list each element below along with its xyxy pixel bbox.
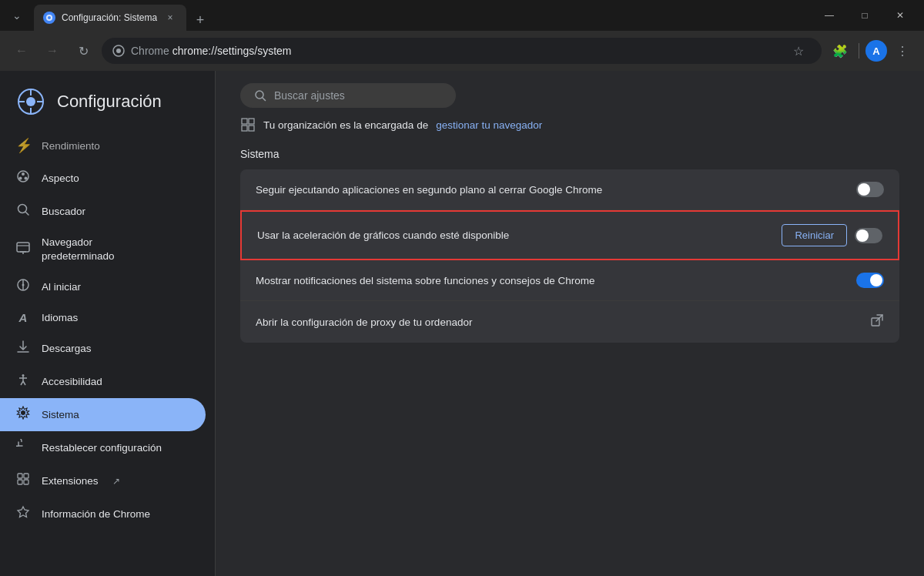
forward-button[interactable]: → <box>40 39 65 63</box>
notifications-actions <box>856 273 884 288</box>
sidebar-item-sistema[interactable]: Sistema <box>0 398 206 431</box>
notifications-toggle[interactable] <box>856 273 884 288</box>
svg-point-26 <box>22 374 25 377</box>
url-text: Chrome chrome://settings/system <box>131 45 780 57</box>
title-bar: ⌄ Configuración: Sistema × + — □ ✕ <box>0 0 924 31</box>
profile-button[interactable]: A <box>865 40 887 62</box>
reload-button[interactable]: ↻ <box>71 39 95 63</box>
svg-rect-38 <box>242 119 247 124</box>
sidebar-item-accesibilidad[interactable]: Accesibilidad <box>0 365 206 398</box>
svg-rect-41 <box>249 126 254 131</box>
active-tab[interactable]: Configuración: Sistema × <box>34 5 186 31</box>
settings-row-notifications: Mostrar notificaciones del sistema sobre… <box>240 260 899 301</box>
tab-favicon <box>43 12 55 24</box>
proxy-text: Abrir la configuración de proxy de tu or… <box>256 316 861 328</box>
info-chrome-icon <box>15 505 31 523</box>
buscador-icon <box>15 203 31 220</box>
sidebar-item-extensiones[interactable]: Extensiones ↗ <box>0 464 206 497</box>
settings-row-background-apps: Seguir ejecutando aplicaciones en segund… <box>240 169 899 210</box>
sidebar-item-label: Idiomas <box>42 312 78 323</box>
svg-point-1 <box>48 16 51 19</box>
svg-point-14 <box>18 205 27 213</box>
search-icon <box>254 89 266 102</box>
org-banner-icon <box>240 117 256 132</box>
svg-rect-32 <box>18 474 22 478</box>
close-button[interactable]: ✕ <box>882 3 918 28</box>
sidebar-item-label: Rendimiento <box>42 140 100 152</box>
background-apps-toggle[interactable] <box>856 182 884 197</box>
sidebar-item-label: Al iniciar <box>42 281 81 293</box>
back-button[interactable]: ← <box>9 39 34 63</box>
new-tab-button[interactable]: + <box>189 9 211 31</box>
gpu-acceleration-actions: Reiniciar <box>782 224 882 246</box>
gpu-acceleration-text: Usar la aceleración de gráficos cuando e… <box>257 229 772 241</box>
extensiones-icon <box>15 472 31 490</box>
extensions-button[interactable]: 🧩 <box>828 39 852 63</box>
svg-point-23 <box>22 284 25 286</box>
settings-logo <box>15 86 46 117</box>
descargas-icon <box>15 340 31 357</box>
tab-close-button[interactable]: × <box>163 11 177 25</box>
restablecer-icon <box>15 439 31 457</box>
reiniciar-button[interactable]: Reiniciar <box>782 224 847 246</box>
svg-point-12 <box>25 177 28 180</box>
sidebar-item-navegador[interactable]: Navegadorpredeterminado <box>0 228 206 270</box>
svg-rect-16 <box>17 243 29 252</box>
address-bar: ← → ↻ Chrome chrome://settings/system ☆ … <box>0 31 924 71</box>
svg-line-37 <box>263 98 266 101</box>
org-banner: Tu organización es la encargada de gesti… <box>240 117 899 132</box>
section-title: Sistema <box>216 145 924 169</box>
settings-card: Seguir ejecutando aplicaciones en segund… <box>240 169 899 343</box>
menu-button[interactable]: ⋮ <box>890 39 915 63</box>
settings-row-gpu: Usar la aceleración de gráficos cuando e… <box>240 210 899 260</box>
svg-point-13 <box>19 177 22 180</box>
external-link-icon: ↗ <box>112 476 120 487</box>
sidebar-item-rendimiento[interactable]: ⚡ Rendimiento <box>0 129 206 162</box>
background-apps-actions <box>856 182 884 197</box>
sidebar-item-aspecto[interactable]: Aspecto <box>0 162 206 195</box>
gpu-toggle[interactable] <box>855 228 882 243</box>
notifications-text: Mostrar notificaciones del sistema sobre… <box>256 275 847 286</box>
maximize-button[interactable]: □ <box>847 3 882 28</box>
org-banner-text: Tu organización es la encargada de <box>263 119 428 131</box>
settings-title: Configuración <box>57 92 162 112</box>
sidebar-item-label: Información de Chrome <box>42 508 150 520</box>
chrome-icon <box>112 45 125 57</box>
svg-line-30 <box>23 381 25 385</box>
org-banner-link[interactable]: gestionar tu navegador <box>436 119 542 131</box>
window-controls: — □ ✕ <box>812 3 918 28</box>
sidebar-item-descargas[interactable]: Descargas <box>0 332 206 365</box>
sidebar-item-buscador[interactable]: Buscador <box>0 195 206 228</box>
proxy-actions <box>870 313 884 330</box>
main-layout: Configuración ⚡ Rendimiento Aspecto <box>0 71 924 576</box>
search-bar-wrapper <box>216 71 924 117</box>
search-input[interactable] <box>274 89 428 102</box>
sidebar: Configuración ⚡ Rendimiento Aspecto <box>0 71 216 576</box>
sidebar-item-restablecer[interactable]: Restablecer configuración <box>0 431 206 464</box>
sistema-icon <box>15 406 31 424</box>
settings-row-proxy: Abrir la configuración de proxy de tu or… <box>240 301 899 343</box>
sidebar-item-label: Sistema <box>42 409 79 420</box>
tab-bar: Configuración: Sistema × + <box>34 0 805 31</box>
address-bar-right: 🧩 A ⋮ <box>828 39 915 63</box>
sidebar-item-label: Buscador <box>42 206 85 217</box>
svg-rect-34 <box>18 480 22 484</box>
svg-rect-40 <box>242 126 247 131</box>
toolbar-divider <box>859 43 859 59</box>
tab-list-button[interactable]: ⌄ <box>6 5 28 26</box>
sidebar-item-label: Aspecto <box>42 172 79 184</box>
svg-rect-39 <box>249 119 254 124</box>
sidebar-item-label: Restablecer configuración <box>42 442 162 454</box>
search-bar[interactable] <box>240 83 456 108</box>
sidebar-item-idiomas[interactable]: A Idiomas <box>0 303 206 332</box>
url-protocol: Chrome <box>131 45 169 57</box>
settings-header: Configuración <box>0 71 215 129</box>
navegador-icon <box>15 240 31 258</box>
minimize-button[interactable]: — <box>812 3 847 28</box>
svg-line-29 <box>21 381 23 385</box>
proxy-external-link-icon[interactable] <box>870 313 884 330</box>
sidebar-item-al-iniciar[interactable]: Al iniciar <box>0 270 206 303</box>
sidebar-item-info-chrome[interactable]: Información de Chrome <box>0 497 206 531</box>
bookmark-button[interactable]: ☆ <box>786 39 811 63</box>
url-bar[interactable]: Chrome chrome://settings/system ☆ <box>102 38 822 64</box>
